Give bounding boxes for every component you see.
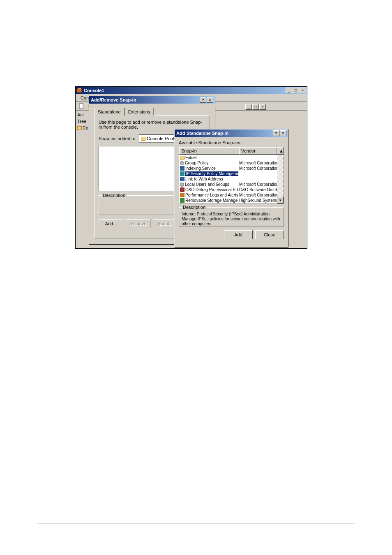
add-remove-title: Add/Remove Snap-in [91,97,200,102]
help-button[interactable]: ? [200,97,206,103]
console-tree-panel: Act Tree Co [76,111,89,131]
dialog-close-button[interactable]: × [280,130,286,136]
snapin-vendor: O&O Software GmbH [238,187,277,192]
snapin-vendor: Microsoft Corporation [238,182,277,187]
snapin-vendor: Microsoft Corporation [238,161,277,165]
list-item[interactable]: Link to Web Address [179,176,277,182]
remove-button: Remove [126,219,150,228]
help-button[interactable]: ? [273,130,279,136]
description-group: Description Internet Protocol Security (… [179,207,284,227]
available-label: Available Standalone Snap-ins: [179,140,288,145]
snapin-name: IP Security Policy Management [185,171,238,176]
add-remove-titlebar: Add/Remove Snap-in ? × [89,96,215,104]
red-icon [180,187,184,192]
gear-icon [180,161,184,165]
combo-value: Console Root [147,136,174,141]
purple-icon [180,204,184,204]
child-window-controls: _ □ × [215,103,267,111]
description-label: Description [182,205,207,210]
child-close-button[interactable]: × [259,104,266,110]
list-item[interactable]: Performance Logs and AlertsMicrosoft Cor… [179,192,277,198]
page-top-rule [37,38,355,38]
blue-icon [180,166,184,171]
list-item[interactable]: Local Users and GroupsMicrosoft Corporat… [179,182,277,187]
list-item[interactable]: IP Security Policy Management [179,171,277,176]
add-standalone-snapin-dialog: Add Standalone Snap-in ? × Available Sta… [174,129,288,247]
about-button: About... [153,219,178,228]
console-titlebar: Console1 _ □ × [76,87,307,94]
minimize-button[interactable]: _ [286,88,292,93]
snapin-name: Performance Logs and Alerts [185,193,238,197]
snapin-vendor: Microsoft Corporation [238,193,277,197]
scroll-up-button[interactable]: ▲ [277,147,284,155]
standalone-titlebar: Add Standalone Snap-in ? × [175,130,288,137]
tree-label: Tree [76,118,89,125]
child-maximize-button[interactable]: □ [252,104,259,110]
snapin-name: Link to Web Address [185,177,223,181]
add-button[interactable]: Add [224,230,253,239]
add-button[interactable]: Add... [99,219,123,228]
list-item[interactable]: O&O Defrag Professional EditionO&O Softw… [179,187,277,192]
svg-rect-2 [79,104,83,109]
snapin-name: Indexing Service [185,166,216,171]
tabs: Standalone Extensions [94,108,210,116]
list-item[interactable]: Indexing ServiceMicrosoft Corporation, I… [179,166,277,171]
orange-icon [180,193,184,197]
close-button[interactable]: Close [255,230,284,239]
snapin-vendor: Microsoft Corporation [238,204,277,204]
mmc-icon [76,88,82,93]
maximize-button[interactable]: □ [293,88,299,93]
console-title: Console1 [84,88,286,93]
folder-icon [180,156,184,160]
list-item[interactable]: Security Configuration and AnalysisMicro… [179,203,277,204]
column-vendor[interactable]: Vendor [239,147,277,155]
standalone-title: Add Standalone Snap-in [176,131,273,136]
list-item[interactable]: Removable Storage ManagementHighGround S… [179,198,277,203]
action-label: Act [76,111,89,118]
column-snapin[interactable]: Snap-in [179,147,239,155]
dialog-close-button[interactable]: × [207,97,213,103]
close-button[interactable]: × [300,88,306,93]
vertical-scrollbar[interactable]: ▼ [277,155,284,204]
page-bottom-rule [37,523,355,523]
snapin-list[interactable]: FolderGroup PolicyMicrosoft CorporationI… [179,155,284,204]
list-header: Snap-in Vendor ▲ [179,147,284,155]
folder-icon [141,137,145,141]
hint-text: Use this page to add or remove a standal… [99,120,205,130]
svg-rect-1 [78,88,81,89]
snapin-vendor: Microsoft Corporation, I... [238,166,277,171]
blue-icon [180,177,184,181]
snapin-name: Removable Storage Management [185,198,238,203]
scrollbar-track[interactable] [277,155,284,197]
folder-icon [77,126,82,130]
console-root-item[interactable]: Co [76,125,89,131]
snapin-name: O&O Defrag Professional Edition [185,187,238,192]
tab-extensions[interactable]: Extensions [125,108,154,116]
snapin-name: Group Policy [185,161,208,165]
screenshot-region: Console1 _ □ × Cons Act Tree Co _ [75,86,307,249]
svg-rect-0 [77,89,82,92]
list-item[interactable]: Folder [179,155,277,160]
toolbar-new-icon[interactable] [77,102,85,110]
scroll-down-button[interactable]: ▼ [277,197,284,204]
list-item[interactable]: Group PolicyMicrosoft Corporation [179,160,277,166]
green-icon [180,198,184,203]
snapin-name: Local Users and Groups [185,182,229,187]
child-window: _ □ × [215,103,267,111]
child-minimize-button[interactable]: _ [245,104,252,110]
tab-standalone[interactable]: Standalone [94,108,125,116]
gear-icon [180,183,184,187]
description-text: Internet Protocol Security (IPSec) Admin… [182,212,281,227]
teal-icon [180,171,184,176]
snapin-vendor: HighGround Systems, Inc. [238,198,277,203]
snapins-added-label: Snap-ins added to: [99,136,136,141]
description-label: Description [101,193,127,198]
snapin-name: Folder [185,155,197,160]
snapin-name: Security Configuration and Analysis [185,204,238,204]
